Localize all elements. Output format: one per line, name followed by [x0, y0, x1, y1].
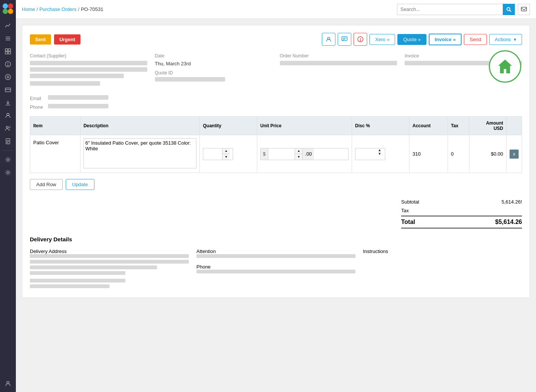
del-addr-sk6	[30, 284, 110, 288]
chat-icon-button[interactable]	[338, 33, 351, 46]
attention-label: Attention	[196, 248, 216, 254]
update-button[interactable]: Update	[66, 179, 94, 190]
del-addr-sk1	[30, 254, 189, 258]
settings-icon[interactable]	[3, 154, 13, 165]
cell-account: 310	[409, 135, 448, 173]
date-label: Date	[155, 53, 272, 59]
svg-point-30	[7, 381, 9, 384]
price-down-btn[interactable]: ▼	[295, 154, 302, 160]
home-circle	[489, 50, 521, 83]
xero-button[interactable]: Xero »	[369, 34, 395, 45]
col-tax: Tax	[448, 117, 470, 135]
svg-point-21	[7, 113, 9, 116]
cell-quantity: 1 ▲ ▼	[200, 135, 257, 173]
home-icon-container	[488, 49, 522, 83]
subtotal-row: Subtotal 5,614.26!	[401, 198, 522, 206]
disc-input-group[interactable]: ▲ ▼	[355, 148, 385, 160]
cell-tax: 0	[448, 135, 470, 173]
date-group: Date Thu, March 23rd Quote ID	[155, 53, 272, 88]
subtotal-label: Subtotal	[401, 199, 419, 205]
disc-input[interactable]	[355, 148, 378, 160]
cell-remove: x	[507, 135, 522, 173]
totals-section: Subtotal 5,614.26! Tax Total $5,614.26	[30, 198, 522, 228]
quantity-up-btn[interactable]: ▲	[222, 148, 230, 154]
topbar: Home / Purchase Orders / PO-70531	[16, 0, 536, 19]
subtotal-value: 5,614.26!	[502, 199, 522, 205]
breadcrumb-home[interactable]: Home	[22, 6, 35, 12]
settings2-icon[interactable]	[3, 167, 13, 178]
price-up-btn[interactable]: ▲	[295, 148, 302, 154]
person-icon[interactable]	[3, 110, 13, 121]
tax-row: Tax	[401, 206, 522, 215]
delivery-grid: Delivery Address Attention Phone	[30, 248, 522, 290]
svg-point-1	[8, 3, 13, 9]
contact-skeleton-2	[30, 67, 147, 72]
svg-point-3	[8, 9, 13, 14]
delivery-phone-skeleton	[196, 270, 355, 273]
chart-icon[interactable]	[3, 20, 13, 31]
price-prefix: $	[261, 148, 268, 160]
svg-point-13	[8, 65, 8, 66]
download-icon[interactable]	[3, 97, 13, 108]
svg-rect-7	[5, 49, 8, 51]
col-item: Item	[30, 117, 80, 135]
delivery-address-group: Delivery Address	[30, 248, 189, 290]
cell-disc: ▲ ▼	[352, 135, 409, 173]
search-input[interactable]	[397, 4, 503, 15]
price-input[interactable]: 5614.26	[268, 151, 295, 157]
breadcrumb-current: PO-70531	[81, 6, 103, 12]
attention-skeleton	[196, 254, 355, 258]
messages-button[interactable]	[518, 4, 530, 15]
delivery-section: Delivery Details Delivery Address	[30, 236, 522, 290]
contact-group: Contact (Supplier)	[30, 53, 147, 88]
price-spin-btns: ▲ ▼	[295, 148, 302, 160]
del-addr-sk4	[30, 271, 125, 275]
topbar-search	[397, 4, 515, 15]
cell-description	[80, 135, 199, 173]
sidebar-divider	[3, 150, 13, 151]
disc-down-btn[interactable]: ▼	[378, 152, 381, 156]
alert-icon[interactable]	[3, 59, 13, 69]
breadcrumb-sep2: /	[78, 6, 80, 12]
search-button[interactable]	[503, 4, 515, 15]
box-icon[interactable]	[3, 46, 13, 57]
contact-icon-button[interactable]	[322, 33, 335, 46]
app-logo[interactable]	[2, 3, 14, 14]
disc-up-btn[interactable]: ▲	[378, 148, 381, 152]
svg-rect-17	[5, 88, 11, 92]
remove-row-button[interactable]: x	[510, 150, 519, 159]
cell-unit-price: $ 5614.26 ▲ ▼ .00	[257, 135, 352, 173]
quantity-spinner[interactable]: 1 ▲ ▼	[203, 148, 233, 160]
svg-point-0	[3, 3, 8, 9]
order-number-label: Order Number	[280, 53, 397, 59]
add-row-button[interactable]: Add Row	[30, 179, 63, 190]
price-input-group[interactable]: $ 5614.26 ▲ ▼ .00	[260, 148, 349, 160]
quantity-down-btn[interactable]: ▼	[222, 154, 230, 160]
description-input[interactable]	[83, 138, 196, 168]
phone-label: Phone	[30, 105, 45, 110]
svg-line-32	[510, 10, 511, 12]
actions-button[interactable]: Actions ▾	[489, 34, 522, 45]
plus-circle-icon[interactable]	[3, 72, 13, 82]
card-icon[interactable]	[3, 85, 13, 95]
invoice-button[interactable]: Invoice »	[429, 34, 462, 45]
send-button[interactable]: Send	[464, 34, 487, 45]
sent-badge: Sent	[30, 34, 51, 45]
svg-point-31	[507, 8, 510, 11]
svg-rect-24	[6, 139, 10, 144]
group-icon[interactable]	[3, 123, 13, 134]
breadcrumb-purchase-orders[interactable]: Purchase Orders	[39, 6, 76, 12]
list-icon[interactable]	[3, 33, 13, 44]
col-amount: AmountUSD	[470, 117, 507, 135]
email-phone-section: Email Phone	[30, 95, 522, 110]
svg-rect-10	[8, 52, 11, 54]
svg-rect-8	[8, 49, 11, 51]
alert-icon-button[interactable]	[354, 33, 367, 46]
user-icon[interactable]	[3, 378, 13, 389]
document-icon[interactable]	[3, 136, 13, 147]
quantity-input[interactable]: 1	[203, 148, 222, 160]
contact-label: Contact (Supplier)	[30, 53, 147, 59]
disc-spin-btns: ▲ ▼	[378, 148, 381, 160]
quote-button[interactable]: Quote »	[397, 34, 426, 45]
delivery-phone-label: Phone	[196, 264, 211, 270]
